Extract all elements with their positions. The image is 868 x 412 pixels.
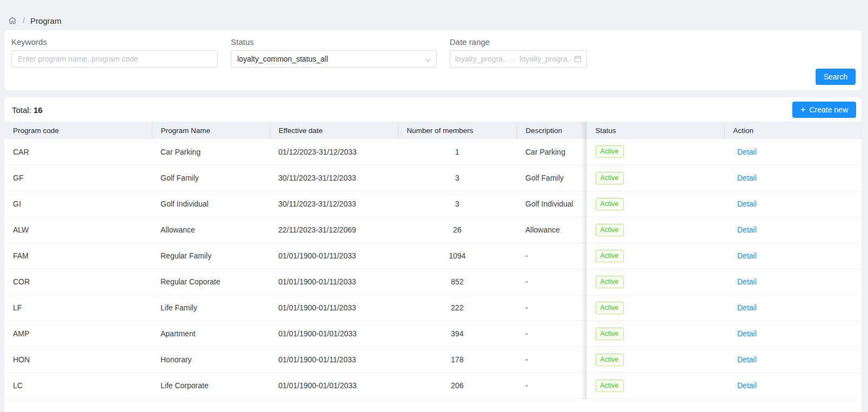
cell-description: Car Parking	[517, 139, 586, 165]
status-select[interactable]: loyalty_common_status_all	[231, 50, 437, 68]
cell-action: Detail	[724, 269, 862, 295]
cell-number-of-members: 394	[398, 321, 517, 347]
total-count: Total: 16	[12, 105, 43, 115]
plus-icon: +	[800, 105, 805, 114]
detail-link[interactable]: Detail	[737, 174, 757, 182]
cell-action: Detail	[724, 191, 862, 217]
cell-action: Detail	[724, 217, 862, 243]
program-list-panel: Total: 16 + Create new Program code Prog…	[4, 97, 862, 412]
cell-description: -	[517, 373, 586, 398]
cell-status: Active	[586, 165, 724, 191]
detail-link[interactable]: Detail	[737, 148, 757, 156]
detail-link[interactable]: Detail	[737, 329, 757, 338]
cell-effective-date: 01/01/1900-01/11/2033	[270, 243, 398, 269]
cell-program-code: ALW	[4, 217, 152, 243]
cell-description: Golf Family	[517, 165, 586, 191]
cell-status: Active	[586, 191, 724, 217]
date-range-field-group: Date range loyalty_progra... → loyalty_p…	[450, 37, 587, 68]
cell-description: -	[517, 269, 586, 295]
date-range-end-placeholder[interactable]: loyalty_progra...	[520, 55, 571, 63]
table-row: CAR Car Parking 01/12/2023-31/12/2033 1 …	[4, 139, 862, 165]
table-row: COR Regular Coporate 01/01/1900-01/11/20…	[4, 269, 862, 295]
cell-program-code: CAR	[4, 139, 152, 165]
cell-effective-date: 01/01/1900-01/01/2033	[270, 321, 398, 347]
status-badge: Active	[596, 145, 624, 158]
table-row: AMP Apartment 01/01/1900-01/01/2033 394 …	[4, 321, 862, 347]
cell-effective-date: 01/12/2023-31/12/2033	[270, 139, 398, 165]
cell-program-code: COR	[4, 269, 152, 295]
status-badge: Active	[596, 198, 624, 210]
column-header-effective-date: Effective date	[270, 122, 398, 139]
column-header-description: Description	[517, 122, 586, 139]
page: / Program Keywords Status loyalty_common…	[0, 0, 868, 412]
status-badge: Active	[596, 328, 624, 340]
search-button[interactable]: Search	[816, 69, 856, 85]
date-range-label: Date range	[450, 37, 587, 46]
create-new-button[interactable]: + Create new	[792, 102, 856, 118]
status-badge: Active	[596, 224, 624, 236]
cell-effective-date: 01/01/1900-01/01/2033	[270, 373, 398, 398]
cell-status: Active	[586, 321, 724, 347]
status-badge: Active	[596, 172, 624, 184]
detail-link[interactable]: Detail	[737, 251, 757, 260]
status-badge: Active	[596, 302, 624, 314]
status-badge: Active	[596, 276, 624, 288]
home-icon[interactable]	[8, 16, 17, 25]
cell-status: Active	[586, 373, 724, 398]
cell-effective-date: 01/01/1900-01/11/2033	[270, 295, 398, 321]
filter-panel: Keywords Status loyalty_common_status_al…	[4, 30, 862, 90]
detail-link[interactable]: Detail	[737, 355, 757, 364]
total-value: 16	[34, 105, 43, 115]
detail-link[interactable]: Detail	[737, 277, 757, 286]
keywords-input[interactable]	[11, 50, 218, 68]
total-label: Total:	[12, 105, 31, 115]
cell-number-of-members: 178	[398, 347, 517, 373]
cell-action: Detail	[724, 165, 862, 191]
status-select-value: loyalty_common_status_all	[237, 55, 328, 63]
detail-link[interactable]: Detail	[737, 200, 757, 208]
cell-status: Active	[586, 243, 724, 269]
date-range-picker[interactable]: loyalty_progra... → loyalty_progra...	[450, 50, 587, 68]
breadcrumb-current: Program	[30, 16, 62, 25]
column-header-program-code: Program code	[4, 122, 152, 139]
chevron-down-icon	[425, 56, 431, 62]
cell-program-name: Regular Coporate	[152, 269, 270, 295]
table-row: FAM Regular Family 01/01/1900-01/11/2033…	[4, 243, 862, 269]
swap-right-arrow-icon: →	[510, 55, 517, 63]
cell-effective-date: 01/01/1900-01/11/2033	[270, 269, 398, 295]
detail-link[interactable]: Detail	[737, 381, 757, 390]
cell-program-name: Regular Family	[152, 243, 270, 269]
cell-program-name: Golf Individual	[152, 191, 270, 217]
cell-description: Golf Individual	[517, 191, 586, 217]
cell-status: Active	[586, 217, 724, 243]
cell-action: Detail	[724, 243, 862, 269]
status-label: Status	[231, 37, 437, 46]
cell-number-of-members: 26	[398, 217, 517, 243]
table-row: GF Golf Family 30/11/2023-31/12/2033 3 G…	[4, 165, 862, 191]
cell-program-name: Life Corporate	[152, 373, 270, 398]
column-header-action: Action	[724, 122, 862, 139]
detail-link[interactable]: Detail	[737, 303, 757, 312]
table-row: ALW Allowance 22/11/2023-31/12/2069 26 A…	[4, 217, 862, 243]
date-range-start-placeholder[interactable]: loyalty_progra...	[455, 55, 506, 63]
cell-number-of-members: 206	[398, 373, 517, 398]
cell-program-name: Golf Family	[152, 165, 270, 191]
cell-program-code: LF	[4, 295, 152, 321]
cell-number-of-members: 1	[398, 139, 517, 165]
cell-effective-date: 30/11/2023-31/12/2033	[270, 191, 398, 217]
create-new-label: Create new	[809, 105, 848, 114]
cell-program-code: AMP	[4, 321, 152, 347]
cell-program-name: Life Family	[152, 295, 270, 321]
cell-action: Detail	[724, 139, 862, 165]
calendar-icon	[574, 55, 582, 63]
search-button-label: Search	[824, 72, 847, 81]
keywords-field-group: Keywords	[11, 37, 218, 68]
table-row: HON Honorary 01/01/1900-01/11/2033 178 -…	[4, 347, 862, 373]
cell-description: -	[517, 295, 586, 321]
detail-link[interactable]: Detail	[737, 225, 757, 234]
status-badge: Active	[596, 250, 624, 262]
cell-number-of-members: 3	[398, 165, 517, 191]
program-table: Program code Program Name Effective date…	[4, 122, 862, 399]
table-row: GI Golf Individual 30/11/2023-31/12/2033…	[4, 191, 862, 217]
cell-status: Active	[586, 347, 724, 373]
